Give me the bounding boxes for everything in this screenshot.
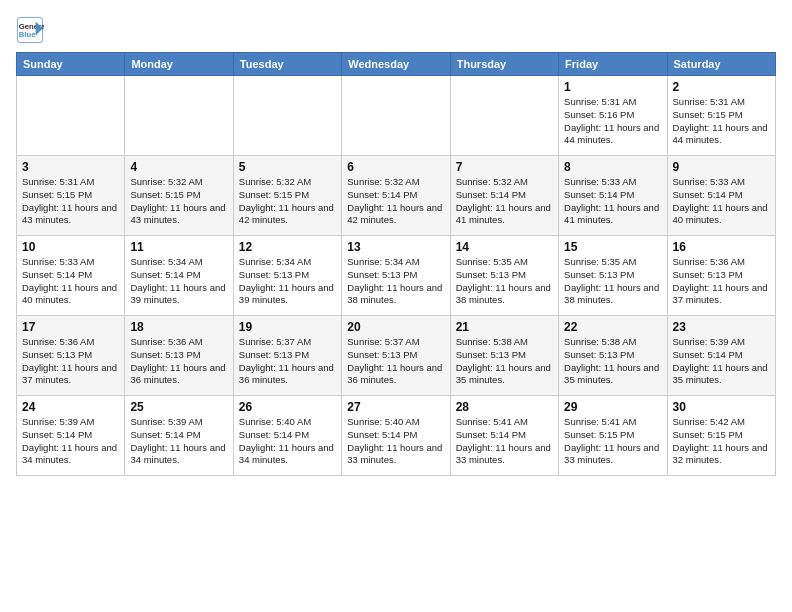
- day-cell: 3Sunrise: 5:31 AM Sunset: 5:15 PM Daylig…: [17, 156, 125, 236]
- day-info: Sunrise: 5:36 AM Sunset: 5:13 PM Dayligh…: [130, 336, 227, 387]
- day-header-wednesday: Wednesday: [342, 53, 450, 76]
- day-info: Sunrise: 5:38 AM Sunset: 5:13 PM Dayligh…: [456, 336, 553, 387]
- day-info: Sunrise: 5:38 AM Sunset: 5:13 PM Dayligh…: [564, 336, 661, 387]
- day-number: 20: [347, 320, 444, 334]
- day-info: Sunrise: 5:41 AM Sunset: 5:15 PM Dayligh…: [564, 416, 661, 467]
- day-cell: 7Sunrise: 5:32 AM Sunset: 5:14 PM Daylig…: [450, 156, 558, 236]
- day-info: Sunrise: 5:31 AM Sunset: 5:15 PM Dayligh…: [673, 96, 770, 147]
- day-cell: 24Sunrise: 5:39 AM Sunset: 5:14 PM Dayli…: [17, 396, 125, 476]
- day-info: Sunrise: 5:41 AM Sunset: 5:14 PM Dayligh…: [456, 416, 553, 467]
- day-cell: [233, 76, 341, 156]
- day-info: Sunrise: 5:39 AM Sunset: 5:14 PM Dayligh…: [130, 416, 227, 467]
- day-cell: 12Sunrise: 5:34 AM Sunset: 5:13 PM Dayli…: [233, 236, 341, 316]
- day-info: Sunrise: 5:37 AM Sunset: 5:13 PM Dayligh…: [347, 336, 444, 387]
- day-number: 10: [22, 240, 119, 254]
- day-cell: 5Sunrise: 5:32 AM Sunset: 5:15 PM Daylig…: [233, 156, 341, 236]
- day-cell: 30Sunrise: 5:42 AM Sunset: 5:15 PM Dayli…: [667, 396, 775, 476]
- day-header-friday: Friday: [559, 53, 667, 76]
- day-number: 30: [673, 400, 770, 414]
- day-number: 1: [564, 80, 661, 94]
- day-info: Sunrise: 5:35 AM Sunset: 5:13 PM Dayligh…: [564, 256, 661, 307]
- day-info: Sunrise: 5:32 AM Sunset: 5:15 PM Dayligh…: [239, 176, 336, 227]
- day-number: 2: [673, 80, 770, 94]
- day-cell: 13Sunrise: 5:34 AM Sunset: 5:13 PM Dayli…: [342, 236, 450, 316]
- day-number: 28: [456, 400, 553, 414]
- day-info: Sunrise: 5:32 AM Sunset: 5:14 PM Dayligh…: [347, 176, 444, 227]
- week-row-5: 24Sunrise: 5:39 AM Sunset: 5:14 PM Dayli…: [17, 396, 776, 476]
- day-number: 19: [239, 320, 336, 334]
- day-cell: [342, 76, 450, 156]
- day-number: 22: [564, 320, 661, 334]
- day-cell: 14Sunrise: 5:35 AM Sunset: 5:13 PM Dayli…: [450, 236, 558, 316]
- day-cell: 2Sunrise: 5:31 AM Sunset: 5:15 PM Daylig…: [667, 76, 775, 156]
- day-cell: 29Sunrise: 5:41 AM Sunset: 5:15 PM Dayli…: [559, 396, 667, 476]
- day-cell: 18Sunrise: 5:36 AM Sunset: 5:13 PM Dayli…: [125, 316, 233, 396]
- day-cell: 22Sunrise: 5:38 AM Sunset: 5:13 PM Dayli…: [559, 316, 667, 396]
- day-cell: 16Sunrise: 5:36 AM Sunset: 5:13 PM Dayli…: [667, 236, 775, 316]
- day-number: 11: [130, 240, 227, 254]
- day-cell: 4Sunrise: 5:32 AM Sunset: 5:15 PM Daylig…: [125, 156, 233, 236]
- day-cell: 8Sunrise: 5:33 AM Sunset: 5:14 PM Daylig…: [559, 156, 667, 236]
- day-number: 8: [564, 160, 661, 174]
- day-info: Sunrise: 5:40 AM Sunset: 5:14 PM Dayligh…: [347, 416, 444, 467]
- day-info: Sunrise: 5:33 AM Sunset: 5:14 PM Dayligh…: [564, 176, 661, 227]
- day-info: Sunrise: 5:37 AM Sunset: 5:13 PM Dayligh…: [239, 336, 336, 387]
- day-number: 9: [673, 160, 770, 174]
- day-cell: 19Sunrise: 5:37 AM Sunset: 5:13 PM Dayli…: [233, 316, 341, 396]
- page-header: General Blue: [16, 16, 776, 44]
- day-info: Sunrise: 5:31 AM Sunset: 5:15 PM Dayligh…: [22, 176, 119, 227]
- day-number: 18: [130, 320, 227, 334]
- logo-icon: General Blue: [16, 16, 44, 44]
- day-info: Sunrise: 5:31 AM Sunset: 5:16 PM Dayligh…: [564, 96, 661, 147]
- day-cell: 25Sunrise: 5:39 AM Sunset: 5:14 PM Dayli…: [125, 396, 233, 476]
- day-cell: 21Sunrise: 5:38 AM Sunset: 5:13 PM Dayli…: [450, 316, 558, 396]
- day-cell: 17Sunrise: 5:36 AM Sunset: 5:13 PM Dayli…: [17, 316, 125, 396]
- day-number: 24: [22, 400, 119, 414]
- day-info: Sunrise: 5:39 AM Sunset: 5:14 PM Dayligh…: [673, 336, 770, 387]
- day-number: 14: [456, 240, 553, 254]
- day-number: 6: [347, 160, 444, 174]
- day-number: 29: [564, 400, 661, 414]
- day-cell: 23Sunrise: 5:39 AM Sunset: 5:14 PM Dayli…: [667, 316, 775, 396]
- day-number: 27: [347, 400, 444, 414]
- week-row-3: 10Sunrise: 5:33 AM Sunset: 5:14 PM Dayli…: [17, 236, 776, 316]
- day-cell: 6Sunrise: 5:32 AM Sunset: 5:14 PM Daylig…: [342, 156, 450, 236]
- logo: General Blue: [16, 16, 44, 44]
- day-number: 5: [239, 160, 336, 174]
- day-number: 25: [130, 400, 227, 414]
- day-number: 3: [22, 160, 119, 174]
- day-header-thursday: Thursday: [450, 53, 558, 76]
- day-cell: 26Sunrise: 5:40 AM Sunset: 5:14 PM Dayli…: [233, 396, 341, 476]
- day-cell: 15Sunrise: 5:35 AM Sunset: 5:13 PM Dayli…: [559, 236, 667, 316]
- day-number: 13: [347, 240, 444, 254]
- week-row-2: 3Sunrise: 5:31 AM Sunset: 5:15 PM Daylig…: [17, 156, 776, 236]
- day-number: 7: [456, 160, 553, 174]
- day-cell: 9Sunrise: 5:33 AM Sunset: 5:14 PM Daylig…: [667, 156, 775, 236]
- day-header-tuesday: Tuesday: [233, 53, 341, 76]
- day-cell: 27Sunrise: 5:40 AM Sunset: 5:14 PM Dayli…: [342, 396, 450, 476]
- day-cell: [17, 76, 125, 156]
- day-cell: 10Sunrise: 5:33 AM Sunset: 5:14 PM Dayli…: [17, 236, 125, 316]
- day-number: 16: [673, 240, 770, 254]
- day-info: Sunrise: 5:34 AM Sunset: 5:13 PM Dayligh…: [347, 256, 444, 307]
- day-cell: 28Sunrise: 5:41 AM Sunset: 5:14 PM Dayli…: [450, 396, 558, 476]
- day-info: Sunrise: 5:42 AM Sunset: 5:15 PM Dayligh…: [673, 416, 770, 467]
- day-info: Sunrise: 5:40 AM Sunset: 5:14 PM Dayligh…: [239, 416, 336, 467]
- day-number: 17: [22, 320, 119, 334]
- day-number: 4: [130, 160, 227, 174]
- day-header-monday: Monday: [125, 53, 233, 76]
- day-info: Sunrise: 5:34 AM Sunset: 5:14 PM Dayligh…: [130, 256, 227, 307]
- day-info: Sunrise: 5:33 AM Sunset: 5:14 PM Dayligh…: [22, 256, 119, 307]
- day-info: Sunrise: 5:32 AM Sunset: 5:14 PM Dayligh…: [456, 176, 553, 227]
- day-info: Sunrise: 5:39 AM Sunset: 5:14 PM Dayligh…: [22, 416, 119, 467]
- day-cell: 1Sunrise: 5:31 AM Sunset: 5:16 PM Daylig…: [559, 76, 667, 156]
- week-row-1: 1Sunrise: 5:31 AM Sunset: 5:16 PM Daylig…: [17, 76, 776, 156]
- day-info: Sunrise: 5:33 AM Sunset: 5:14 PM Dayligh…: [673, 176, 770, 227]
- day-number: 23: [673, 320, 770, 334]
- calendar-table: SundayMondayTuesdayWednesdayThursdayFrid…: [16, 52, 776, 476]
- day-info: Sunrise: 5:36 AM Sunset: 5:13 PM Dayligh…: [22, 336, 119, 387]
- day-number: 21: [456, 320, 553, 334]
- calendar-header-row: SundayMondayTuesdayWednesdayThursdayFrid…: [17, 53, 776, 76]
- day-number: 15: [564, 240, 661, 254]
- day-info: Sunrise: 5:32 AM Sunset: 5:15 PM Dayligh…: [130, 176, 227, 227]
